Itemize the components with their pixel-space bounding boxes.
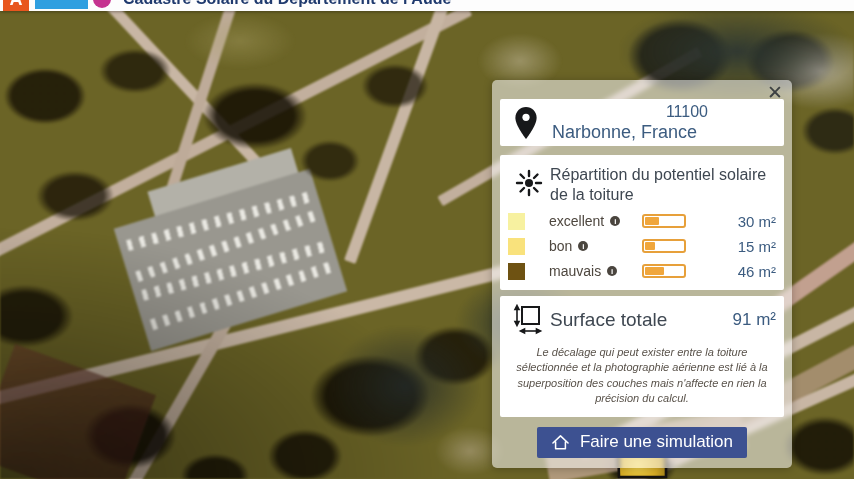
legend-row-mauvais: mauvais i 46 m²: [508, 262, 776, 280]
app-header: A Cadastre Solaire du Département de l'A…: [0, 0, 854, 11]
legend-label-text: bon: [549, 238, 572, 254]
solar-distribution-card: Répartition du potentiel solaire de la t…: [500, 155, 784, 290]
close-icon[interactable]: ✕: [765, 81, 785, 104]
surface-total-value: 91 m²: [716, 310, 776, 330]
banner-logo[interactable]: [35, 0, 88, 9]
legend-value: 30 m²: [720, 213, 776, 230]
excellent-color-swatch: [508, 213, 525, 230]
location-pin-icon: [500, 106, 552, 140]
legend-row-excellent: excellent i 30 m²: [508, 212, 776, 230]
sun-icon: [508, 165, 550, 197]
progress-bar-fill: [645, 217, 659, 225]
info-icon[interactable]: i: [578, 241, 588, 251]
app-header-inner: A Cadastre Solaire du Département de l'A…: [0, 0, 854, 11]
surface-total-label: Surface totale: [550, 309, 667, 331]
city-name: Narbonne, France: [552, 122, 776, 143]
legend-value: 46 m²: [720, 263, 776, 280]
info-icon[interactable]: i: [607, 266, 617, 276]
legend-label-text: mauvais: [549, 263, 601, 279]
simulation-button[interactable]: Faire une simulation: [537, 427, 747, 458]
postal-code: 11100: [552, 103, 776, 121]
app-title: Cadastre Solaire du Département de l'Aud…: [123, 0, 451, 8]
progress-bar: [642, 214, 686, 228]
legend-label: mauvais i: [549, 263, 617, 279]
location-card: 11100 Narbonne, France: [500, 99, 784, 146]
legend-label: bon i: [549, 238, 588, 254]
progress-bar-fill: [645, 267, 664, 275]
house-icon: [551, 434, 570, 451]
roof-info-popup: ✕ 11100 Narbonne, France: [492, 80, 792, 468]
distribution-header: Répartition du potentiel solaire de la t…: [508, 165, 776, 205]
round-logo[interactable]: [93, 0, 111, 8]
legend-label-text: excellent: [549, 213, 604, 229]
progress-bar: [642, 264, 686, 278]
info-icon[interactable]: i: [610, 216, 620, 226]
legend-value: 15 m²: [720, 238, 776, 255]
surface-measure-icon: [508, 304, 550, 336]
aude-department-logo[interactable]: A: [3, 0, 29, 11]
offset-disclaimer-text: Le décalage qui peut exister entre la to…: [508, 345, 776, 407]
surface-row: Surface totale 91 m²: [508, 304, 776, 336]
bon-color-swatch: [508, 238, 525, 255]
distribution-title: Répartition du potentiel solaire de la t…: [550, 165, 774, 205]
progress-bar-fill: [645, 242, 655, 250]
location-text: 11100 Narbonne, France: [552, 103, 784, 143]
simulation-button-label: Faire une simulation: [580, 432, 733, 452]
surface-card: Surface totale 91 m² Le décalage qui peu…: [500, 296, 784, 417]
legend-label: excellent i: [549, 213, 620, 229]
progress-bar: [642, 239, 686, 253]
mauvais-color-swatch: [508, 263, 525, 280]
legend-row-bon: bon i 15 m²: [508, 237, 776, 255]
